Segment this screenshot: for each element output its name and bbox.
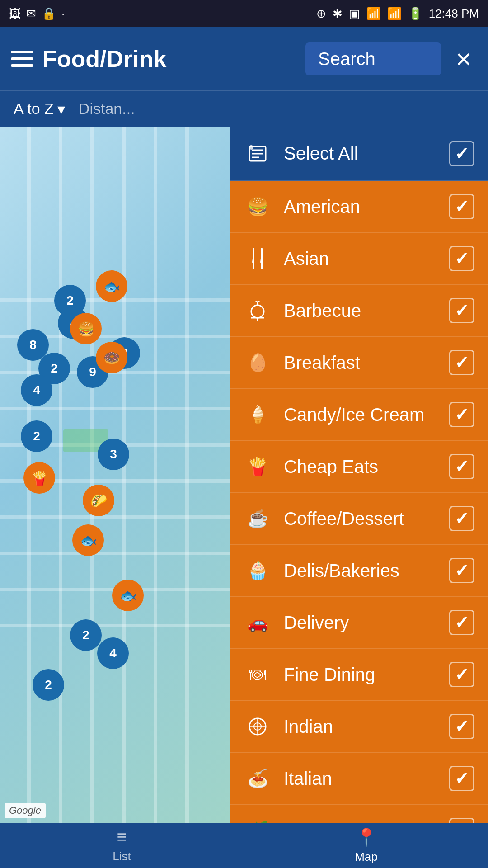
- status-time: 12:48 PM: [429, 7, 479, 21]
- status-left-icons: 🖼 ✉ 🔒 ·: [9, 7, 65, 21]
- coffee-dessert-label: Coffee/Dessert: [284, 509, 436, 529]
- category-italian[interactable]: 🍝 Italian: [230, 753, 488, 805]
- italian-label: Italian: [284, 769, 436, 789]
- filter-bar: A to Z ▾ Distan...: [0, 90, 488, 127]
- nav-map-button[interactable]: 📍 Map: [244, 823, 488, 868]
- american-label: American: [284, 197, 436, 217]
- cheap-eats-icon: 🍟: [244, 453, 271, 480]
- sort-filter-button[interactable]: A to Z ▾: [14, 100, 65, 118]
- close-button[interactable]: ×: [450, 43, 477, 75]
- asian-checkbox[interactable]: [449, 246, 474, 271]
- map-marker-donut[interactable]: 🍩: [96, 342, 127, 373]
- cheap-eats-checkbox[interactable]: [449, 454, 474, 479]
- status-bar: 🖼 ✉ 🔒 · ⊕ ✱ ▣ 📶 📶 🔋 12:48 PM: [0, 0, 488, 27]
- photo-icon: 🖼: [9, 7, 21, 21]
- nav-list-button[interactable]: ≡ List: [0, 823, 244, 868]
- category-delivery[interactable]: 🚗 Delivery: [230, 597, 488, 649]
- search-input[interactable]: [305, 42, 441, 75]
- lock-icon: 🔒: [42, 7, 56, 21]
- candy-ice-cream-label: Candy/Ice Cream: [284, 405, 436, 425]
- map-marker[interactable]: 2: [21, 420, 52, 452]
- category-indian[interactable]: Indian: [230, 701, 488, 753]
- category-asian[interactable]: Asian: [230, 233, 488, 285]
- category-breakfast[interactable]: 🥚 Breakfast: [230, 337, 488, 389]
- category-mediterranean[interactable]: 🌿 Mediterranean: [230, 805, 488, 823]
- map-marker-fish[interactable]: 🐟: [96, 270, 127, 302]
- nav-map-label: Map: [355, 850, 378, 864]
- american-checkbox[interactable]: [449, 194, 474, 219]
- fine-dining-label: Fine Dining: [284, 665, 436, 685]
- svg-line-11: [256, 301, 258, 302]
- app-header: Food/Drink ×: [0, 27, 488, 90]
- category-american[interactable]: 🍔 American: [230, 181, 488, 233]
- asian-label: Asian: [284, 249, 436, 269]
- signal-icon: 📶: [387, 7, 402, 21]
- nav-list-label: List: [113, 849, 131, 863]
- chevron-down-icon: ▾: [57, 100, 65, 118]
- coffee-dessert-icon: ☕: [244, 505, 271, 532]
- category-delis-bakeries[interactable]: 🧁 Delis/Bakeries: [230, 545, 488, 597]
- map-marker-taco[interactable]: 🌮: [83, 485, 114, 516]
- mail-icon: ✉: [26, 7, 36, 21]
- category-coffee-dessert[interactable]: ☕ Coffee/Dessert: [230, 493, 488, 545]
- breakfast-checkbox[interactable]: [449, 350, 474, 375]
- barbecue-checkbox[interactable]: [449, 298, 474, 323]
- map-marker[interactable]: 2: [33, 669, 64, 701]
- status-right-info: ⊕ ✱ ▣ 📶 📶 🔋 12:48 PM: [316, 7, 479, 21]
- list-icon: ≡: [117, 827, 127, 847]
- cheap-eats-label: Cheap Eats: [284, 457, 436, 477]
- map-marker[interactable]: 3: [98, 439, 129, 470]
- wifi-icon: 📶: [366, 7, 381, 21]
- category-fine-dining[interactable]: 🍽 Fine Dining: [230, 649, 488, 701]
- candy-ice-cream-checkbox[interactable]: [449, 402, 474, 427]
- fine-dining-checkbox[interactable]: [449, 662, 474, 687]
- svg-point-4: [249, 145, 253, 150]
- indian-label: Indian: [284, 717, 436, 737]
- select-all-checkbox[interactable]: [449, 141, 474, 166]
- category-barbecue[interactable]: Barbecue: [230, 285, 488, 337]
- google-logo: Google: [5, 803, 46, 818]
- indian-checkbox[interactable]: [449, 714, 474, 739]
- hamburger-button[interactable]: [11, 51, 33, 67]
- sort-label: A to Z: [14, 100, 54, 118]
- map-pin-icon: 📍: [356, 827, 377, 847]
- map-marker-fries[interactable]: 🍟: [23, 462, 55, 494]
- breakfast-label: Breakfast: [284, 353, 436, 373]
- delis-bakeries-icon: 🧁: [244, 557, 271, 584]
- barbecue-icon: [244, 297, 271, 324]
- map-marker[interactable]: 2: [70, 619, 102, 651]
- mediterranean-checkbox[interactable]: [449, 818, 474, 823]
- category-cheap-eats[interactable]: 🍟 Cheap Eats: [230, 441, 488, 493]
- delis-bakeries-checkbox[interactable]: [449, 558, 474, 583]
- nfc-icon: ▣: [349, 7, 360, 21]
- map-marker[interactable]: 4: [21, 374, 52, 406]
- select-all-item[interactable]: Select All: [230, 127, 488, 181]
- bottom-navigation: ≡ List 📍 Map: [0, 823, 488, 868]
- delivery-checkbox[interactable]: [449, 610, 474, 635]
- mediterranean-label: Mediterranean: [284, 821, 436, 823]
- fine-dining-icon: 🍽: [244, 661, 271, 688]
- distance-filter[interactable]: Distan...: [79, 100, 135, 118]
- delivery-icon: 🚗: [244, 609, 271, 636]
- svg-line-12: [258, 301, 259, 302]
- map-background: 2 4 8 2 2 9 4 2 3 2 4 2 🐟 🍔 🍩 🍟 🌮 🐟 🐟 Go…: [0, 127, 230, 823]
- map-marker[interactable]: 4: [97, 637, 129, 669]
- dot-icon: ·: [61, 7, 65, 21]
- main-content: 2 4 8 2 2 9 4 2 3 2 4 2 🐟 🍔 🍩 🍟 🌮 🐟 🐟 Go…: [0, 127, 488, 823]
- candy-ice-cream-icon: 🍦: [244, 401, 271, 428]
- filter-dropdown-panel: Select All 🍔 American Asian: [230, 127, 488, 823]
- map-marker-burger[interactable]: 🍔: [70, 313, 102, 344]
- american-icon: 🍔: [244, 193, 271, 220]
- italian-checkbox[interactable]: [449, 766, 474, 791]
- svg-point-9: [251, 305, 264, 318]
- bluetooth-icon: ✱: [333, 7, 343, 21]
- mediterranean-icon: 🌿: [244, 817, 271, 823]
- page-title: Food/Drink: [42, 45, 296, 72]
- map-marker-fish3[interactable]: 🐟: [112, 580, 144, 611]
- map-area[interactable]: 2 4 8 2 2 9 4 2 3 2 4 2 🐟 🍔 🍩 🍟 🌮 🐟 🐟 Go…: [0, 127, 230, 823]
- select-all-label: Select All: [284, 143, 436, 164]
- map-marker-fish2[interactable]: 🐟: [72, 524, 104, 556]
- coffee-dessert-checkbox[interactable]: [449, 506, 474, 531]
- category-candy-ice-cream[interactable]: 🍦 Candy/Ice Cream: [230, 389, 488, 441]
- asian-icon: [244, 245, 271, 272]
